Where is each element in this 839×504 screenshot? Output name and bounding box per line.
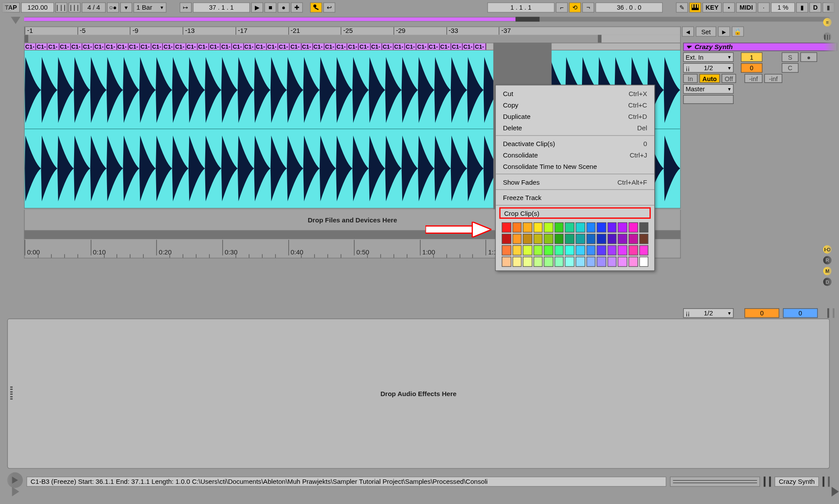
color-swatch[interactable]	[597, 245, 606, 255]
loop-brace-bar[interactable]: ◄ Set ► 🔒	[24, 35, 681, 43]
master-channel-select[interactable]: ¡¡ 1/2	[683, 308, 734, 318]
clip-segment[interactable]: C1-	[71, 43, 82, 50]
detail-toggle-icon[interactable]	[12, 487, 19, 497]
context-menu-item[interactable]: ConsolidateCtrl+J	[496, 149, 654, 161]
clip-strip[interactable]: C1-C1-C1-C1-C1-C1-C1-C1-C1-C1-C1-C1-C1-C…	[24, 43, 681, 50]
clip-segment[interactable]: C1-	[405, 43, 417, 50]
color-swatch[interactable]	[554, 222, 564, 232]
monitor-off-button[interactable]: Off	[721, 74, 736, 83]
color-swatch[interactable]	[512, 234, 521, 244]
clip-segment[interactable]: C1-	[474, 43, 486, 50]
clip-segment[interactable]: C1-	[186, 43, 197, 50]
color-swatch[interactable]	[523, 222, 532, 232]
output-channel[interactable]	[683, 95, 734, 104]
clip-segment[interactable]: C1-	[278, 43, 289, 50]
clip-play-button[interactable]	[7, 472, 23, 488]
context-menu-item[interactable]: DuplicateCtrl+D	[496, 111, 654, 122]
device-chain-chip[interactable]: Crazy Synth	[775, 476, 819, 486]
color-swatch[interactable]	[512, 257, 521, 267]
color-swatch[interactable]	[565, 222, 574, 232]
context-menu-item[interactable]: DeleteDel	[496, 122, 654, 133]
color-swatch[interactable]	[502, 234, 511, 244]
clip-segment[interactable]: C1-	[48, 43, 59, 50]
time-signature[interactable]: 4 / 4	[82, 2, 106, 12]
color-swatch[interactable]	[544, 257, 553, 267]
color-swatch[interactable]	[607, 234, 617, 244]
overdub-button[interactable]: ✚	[291, 2, 303, 12]
context-menu-item-crop[interactable]: Crop Clip(s)	[499, 207, 650, 219]
track-activator[interactable]: 1	[741, 52, 762, 62]
metronome-dd-icon[interactable]: ▾	[120, 2, 132, 12]
color-swatch[interactable]	[576, 245, 585, 255]
beat-ruler[interactable]: -1-5-9-13-17-21-25-29-33-37	[24, 26, 681, 35]
record-button[interactable]: ●	[278, 2, 289, 12]
color-swatch[interactable]	[639, 245, 648, 255]
input-channel-select[interactable]: ¡¡ 1/2	[683, 63, 734, 73]
reenable-automation-button[interactable]: ↩	[323, 2, 335, 12]
color-swatch[interactable]	[523, 245, 532, 255]
color-swatch[interactable]	[586, 257, 596, 267]
clip-segment[interactable]: C1-	[428, 43, 439, 50]
track-title[interactable]: ⏷ Crazy Synth	[683, 43, 837, 51]
context-menu-item[interactable]: Consolidate Time to New Scene	[496, 161, 654, 172]
color-swatch[interactable]	[565, 234, 574, 244]
clip-segment[interactable]: C1-	[36, 43, 47, 50]
clip-segment[interactable]: C1-	[209, 43, 221, 50]
clip-segment[interactable]: C1-	[221, 43, 232, 50]
color-swatch[interactable]	[597, 234, 606, 244]
color-swatch[interactable]	[554, 234, 564, 244]
nudge-down-button[interactable]: ∣∣∣	[55, 2, 67, 12]
master-send-a[interactable]: 0	[744, 308, 779, 318]
color-swatch[interactable]	[544, 234, 553, 244]
color-swatch[interactable]	[618, 257, 627, 267]
color-swatch[interactable]	[576, 257, 585, 267]
color-swatch[interactable]	[628, 234, 638, 244]
color-swatch[interactable]	[639, 234, 648, 244]
clip-segment[interactable]: C1-	[336, 43, 347, 50]
clip-segment[interactable]: C1-	[301, 43, 313, 50]
output-select[interactable]: Master	[683, 84, 734, 94]
color-swatch[interactable]	[554, 257, 564, 267]
clip-detail-toggle-icon[interactable]	[832, 487, 839, 497]
clip-segment[interactable]: C1-	[313, 43, 324, 50]
color-swatch[interactable]	[502, 245, 511, 255]
stop-button[interactable]: ■	[264, 2, 276, 12]
key-map-button[interactable]: KEY	[703, 2, 722, 12]
color-swatch[interactable]	[597, 257, 606, 267]
color-swatch[interactable]	[565, 245, 574, 255]
follow-button[interactable]: ↦	[180, 2, 192, 12]
clip-segment[interactable]: C1-	[325, 43, 336, 50]
send-b-level[interactable]: -inf	[764, 74, 782, 83]
clip-segment[interactable]: C1-	[451, 43, 463, 50]
context-menu-item[interactable]: CopyCtrl+C	[496, 99, 654, 111]
quantize-select[interactable]: 1 Bar▾	[133, 2, 166, 12]
color-swatch[interactable]	[533, 222, 543, 232]
color-swatch[interactable]	[586, 222, 596, 232]
clip-segment[interactable]: C1-	[359, 43, 370, 50]
color-swatch[interactable]	[523, 234, 532, 244]
color-swatch[interactable]	[618, 245, 627, 255]
input-type-select[interactable]: Ext. In	[683, 52, 734, 62]
clip-segment[interactable]: C1-	[25, 43, 36, 50]
color-swatch[interactable]	[586, 245, 596, 255]
clip-segment[interactable]: C1-	[163, 43, 175, 50]
clip-segment[interactable]: C1-	[393, 43, 405, 50]
clip-segment[interactable]: C1-	[382, 43, 393, 50]
nudge-up-button[interactable]: ∣∣∣	[68, 2, 80, 12]
color-swatch[interactable]	[607, 245, 617, 255]
color-swatch[interactable]	[597, 222, 606, 232]
arrangement-overview[interactable]	[24, 17, 830, 21]
clip-segment[interactable]: C1-	[290, 43, 301, 50]
color-swatch[interactable]	[544, 222, 553, 232]
loop-length[interactable]: 36 . 0 . 0	[596, 2, 663, 12]
menu-toggle-icon[interactable]: ≡	[823, 18, 832, 26]
clip-segment[interactable]: C1-	[371, 43, 382, 50]
context-menu-item[interactable]: Freeze Track	[496, 192, 654, 203]
fold-track-icon[interactable]: ⏷	[685, 43, 692, 50]
monitor-in-button[interactable]: In	[683, 74, 698, 83]
computer-midi-keyboard-button[interactable]	[689, 2, 701, 12]
color-swatch[interactable]	[628, 257, 638, 267]
solo-button[interactable]: S	[782, 52, 798, 62]
clip-segment[interactable]: C1-	[59, 43, 71, 50]
context-menu-item[interactable]: Show FadesCtrl+Alt+F	[496, 176, 654, 187]
